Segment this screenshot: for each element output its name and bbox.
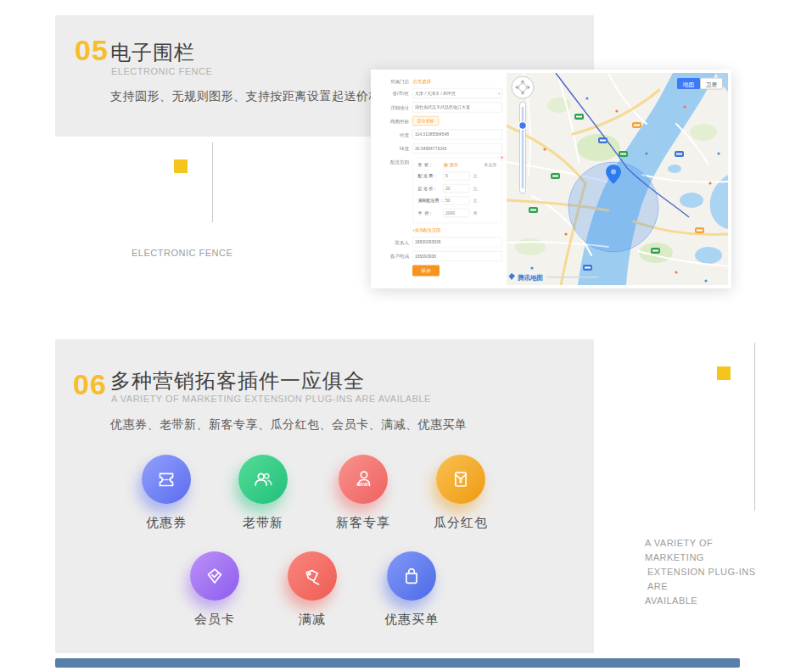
fee-row: 配 送 费： 5 元: [418, 172, 497, 181]
park-area: [690, 124, 717, 141]
fence-form: 所属门店 点击选择 省/市/区 天津 / 天津市 / 和平区▾ 详细地址 湖北省…: [371, 75, 507, 288]
section-06-side-label: A VARIETY OF MARKETING EXTENSION PLUG-IN…: [645, 536, 768, 608]
full-fee-row: 满额配送费： 50 元: [418, 197, 497, 205]
radius-unit: 米: [473, 210, 478, 216]
close-icon: ✕: [499, 154, 505, 160]
section-05-number: 05: [75, 34, 109, 67]
yellow-square-decoration: [174, 159, 188, 173]
plugin-label: 老带新: [219, 515, 307, 531]
vertical-divider: [754, 343, 755, 511]
plugin-coupon: 优惠券: [122, 455, 210, 531]
add-range-link: +添加配送范围: [412, 227, 507, 233]
phone-label: 客户电话: [373, 253, 412, 260]
contact-row: 联系人 18930093936: [373, 238, 507, 248]
region-row: 省/市/区 天津 / 天津市 / 和平区▾: [373, 88, 507, 98]
plugin-label: 瓜分红包: [417, 515, 505, 531]
plugin-label: 优惠买单: [367, 612, 456, 628]
longitude-row: 经度 114.31085584548: [373, 130, 507, 140]
satellite-toggle-label[interactable]: 卫星: [706, 81, 718, 87]
park-area: [515, 238, 546, 255]
radius-row: 半 径： 2000 米: [418, 209, 497, 217]
marketing-page: 05 电子围栏 ELECTRONIC FENCE 支持圆形、无规则图形、支持按距…: [0, 0, 812, 671]
plugin-label: 优惠券: [122, 515, 210, 531]
store-select-link: 点击选择: [412, 78, 431, 85]
park-area: [576, 134, 620, 161]
locate-label: 商圈坐标: [373, 118, 412, 125]
vertical-divider: [212, 143, 213, 222]
side-label-line: AVAILABLE: [645, 594, 768, 608]
footer-bar: [55, 658, 740, 668]
longitude-label: 经度: [373, 131, 412, 138]
lake: [668, 165, 681, 173]
address-row: 详细地址 湖北省武汉市武昌区临江大道: [373, 103, 507, 113]
plugin-label: 新客专享: [319, 515, 407, 531]
map-canvas: 地图 卫星 腾讯地图: [507, 73, 728, 285]
radius-label: 半 径：: [418, 210, 444, 216]
yuan-symbol: ¥: [459, 478, 463, 485]
min-order-row: 起 送 价： 20 元: [418, 184, 497, 193]
side-label-line: EXTENSION PLUG-INS ARE: [645, 565, 768, 594]
radius-input: 2000: [444, 209, 470, 217]
range-label: 配送范围: [373, 158, 412, 166]
save-button: 保存: [412, 266, 440, 277]
store-label: 所属门店: [373, 78, 412, 85]
discount-tag-icon: [288, 551, 337, 601]
region-value: 天津 / 天津市 / 和平区: [415, 91, 456, 96]
address-label: 详细地址: [373, 104, 412, 111]
locate-row: 商圈坐标 定位坐标: [373, 116, 507, 126]
full-fee-label: 满额配送费：: [418, 198, 444, 204]
membership-card-icon: [190, 551, 239, 601]
locate-button: 定位坐标: [412, 116, 439, 126]
section-05-subtitle: ELECTRONIC FENCE: [111, 66, 212, 76]
pan-control[interactable]: [512, 76, 534, 98]
address-input: 湖北省武汉市武昌区临江大道: [412, 103, 502, 113]
phone-input: 165093936: [412, 251, 502, 261]
radio-circle-icon: [444, 163, 449, 168]
latitude-input: 30.54584772043: [412, 143, 502, 154]
range-panel: ✕ 形 状： 圆形 多边形 配 送 费： 5 元: [412, 158, 502, 224]
region-label: 省/市/区: [373, 90, 412, 97]
section-06-tagline: 优惠券、老带新、新客专享、瓜分红包、会员卡、满减、优惠买单: [110, 417, 468, 433]
contact-label: 联系人: [373, 239, 412, 246]
new-badge-text: NEW.: [357, 482, 370, 487]
section-05-side-label: ELECTRONIC FENCE: [132, 248, 232, 258]
full-fee-input: 50: [444, 197, 470, 205]
latitude-label: 纬度: [373, 145, 412, 152]
plugin-full-discount: 满减: [268, 551, 356, 628]
plugin-referral: 老带新: [219, 455, 307, 531]
section-05-title: 电子围栏: [110, 39, 195, 66]
plugin-checkout: 优惠买单: [367, 551, 456, 628]
section-06-number: 06: [73, 368, 107, 401]
section-06-subtitle: A VARIETY OF MARKETING EXTENSION PLUG-IN…: [111, 394, 431, 404]
shape-row: 形 状： 圆形 多边形: [418, 162, 497, 168]
latitude-row: 纬度 30.54584772043: [373, 143, 507, 154]
range-row: 配送范围 ✕ 形 状： 圆形 多边形 配 送 费： 5 元: [373, 158, 507, 224]
shape-circle-option: 圆形: [450, 162, 458, 168]
plugin-label: 满减: [268, 612, 356, 628]
map-toggle-label[interactable]: 地图: [682, 81, 695, 88]
contact-input: 18930093936: [412, 238, 502, 248]
chevron-down-icon: ▾: [498, 89, 500, 98]
checkout-bag-icon: [387, 551, 436, 601]
shape-label: 形 状：: [418, 162, 444, 168]
zoom-slider[interactable]: [519, 102, 527, 193]
full-fee-unit: 元: [473, 198, 478, 204]
shape-polygon-option: 多边形: [484, 162, 497, 168]
plugin-membership: 会员卡: [171, 551, 259, 628]
fee-input: 5: [444, 172, 470, 181]
coupon-icon: [142, 455, 191, 504]
plugin-new-customer: NEW. 新客专享: [319, 455, 407, 531]
min-order-unit: 元: [473, 186, 478, 192]
fee-unit: 元: [473, 173, 478, 179]
referral-icon: [238, 455, 288, 504]
lake: [695, 247, 722, 264]
map-marker-dot: [611, 170, 616, 175]
min-order-input: 20: [444, 184, 470, 193]
map-type-toggle[interactable]: 地图 卫星: [677, 78, 723, 89]
section-06-title: 多种营销拓客插件一应俱全: [110, 367, 365, 394]
plugin-label: 会员卡: [171, 612, 259, 628]
yellow-square-decoration: [717, 366, 731, 380]
map-view: 地图 卫星 腾讯地图: [507, 73, 728, 285]
new-customer-icon: NEW.: [339, 455, 388, 504]
section-05-description: 支持圆形、无规则图形、支持按距离设置起送价格: [110, 89, 381, 104]
